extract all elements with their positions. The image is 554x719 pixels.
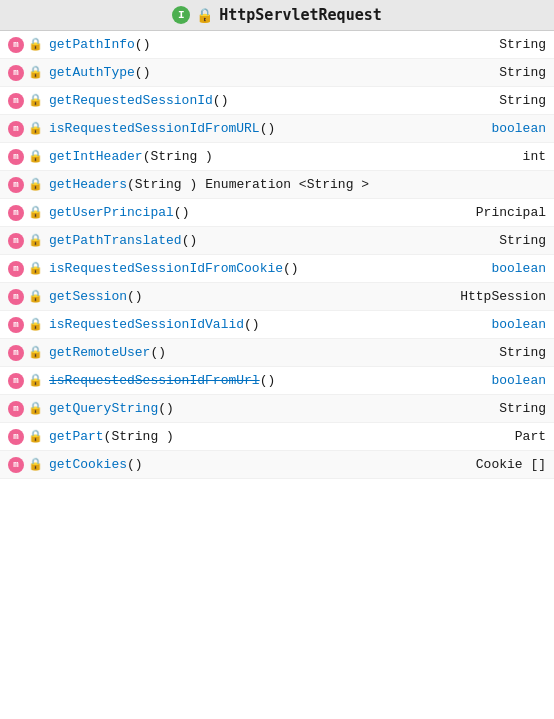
method-name: getQueryString bbox=[49, 401, 158, 416]
method-badge: m bbox=[8, 401, 24, 417]
method-badge: m bbox=[8, 93, 24, 109]
method-name: getRequestedSessionId bbox=[49, 93, 213, 108]
method-name: getUserPrincipal bbox=[49, 205, 174, 220]
method-params: () bbox=[244, 317, 260, 332]
method-badge: m bbox=[8, 233, 24, 249]
method-badge: m bbox=[8, 317, 24, 333]
method-params: () bbox=[283, 261, 299, 276]
method-name: getHeaders bbox=[49, 177, 127, 192]
method-list: m🔒getPathInfo ()Stringm🔒getAuthType ()St… bbox=[0, 31, 554, 479]
method-params: () bbox=[127, 289, 143, 304]
lock-icon: 🔒 bbox=[28, 261, 43, 276]
lock-icon: 🔒 bbox=[28, 289, 43, 304]
method-name: getRemoteUser bbox=[49, 345, 150, 360]
method-badge: m bbox=[8, 261, 24, 277]
method-params: () bbox=[260, 373, 276, 388]
class-title: HttpServletRequest bbox=[219, 6, 382, 24]
method-badge: m bbox=[8, 149, 24, 165]
return-type: boolean bbox=[491, 261, 546, 276]
method-name: isRequestedSessionIdFromUrl bbox=[49, 373, 260, 388]
method-name: isRequestedSessionIdValid bbox=[49, 317, 244, 332]
method-badge: m bbox=[8, 373, 24, 389]
list-item[interactable]: m🔒getSession()HttpSession bbox=[0, 283, 554, 311]
lock-icon: 🔒 bbox=[28, 429, 43, 444]
return-type: int bbox=[523, 149, 546, 164]
list-item[interactable]: m🔒isRequestedSessionIdFromCookie ()boole… bbox=[0, 255, 554, 283]
method-badge: m bbox=[8, 457, 24, 473]
method-badge: m bbox=[8, 177, 24, 193]
lock-icon: 🔒 bbox=[28, 149, 43, 164]
method-name: getPart bbox=[49, 429, 104, 444]
method-middle: Enumeration <String > bbox=[205, 177, 369, 192]
method-params: () bbox=[174, 205, 190, 220]
method-name: getIntHeader bbox=[49, 149, 143, 164]
method-name: getAuthType bbox=[49, 65, 135, 80]
method-badge: m bbox=[8, 429, 24, 445]
list-item[interactable]: m🔒getRemoteUser ()String bbox=[0, 339, 554, 367]
lock-icon: 🔒 bbox=[28, 373, 43, 388]
method-name: getSession bbox=[49, 289, 127, 304]
list-item[interactable]: m🔒getUserPrincipal ()Principal bbox=[0, 199, 554, 227]
return-type: String bbox=[499, 37, 546, 52]
method-name: getPathInfo bbox=[49, 37, 135, 52]
method-name: getCookies bbox=[49, 457, 127, 472]
method-params: () bbox=[135, 65, 151, 80]
method-badge: m bbox=[8, 289, 24, 305]
list-item[interactable]: m🔒isRequestedSessionIdFromUrl ()boolean bbox=[0, 367, 554, 395]
lock-icon: 🔒 bbox=[28, 121, 43, 136]
return-type: Principal bbox=[476, 205, 546, 220]
list-item[interactable]: m🔒getQueryString ()String bbox=[0, 395, 554, 423]
method-params: () bbox=[150, 345, 166, 360]
method-badge: m bbox=[8, 345, 24, 361]
interface-icon: I bbox=[172, 6, 190, 24]
lock-icon: 🔒 bbox=[28, 457, 43, 472]
header: I 🔒 HttpServletRequest bbox=[0, 0, 554, 31]
lock-icon: 🔒 bbox=[28, 317, 43, 332]
method-params: (String ) bbox=[104, 429, 174, 444]
return-type: String bbox=[499, 65, 546, 80]
lock-icon: 🔒 bbox=[28, 93, 43, 108]
lock-icon: 🔒 bbox=[196, 7, 213, 24]
return-type: String bbox=[499, 345, 546, 360]
method-params: () bbox=[260, 121, 276, 136]
list-item[interactable]: m🔒getIntHeader (String )int bbox=[0, 143, 554, 171]
lock-icon: 🔒 bbox=[28, 401, 43, 416]
method-badge: m bbox=[8, 121, 24, 137]
method-params: () bbox=[127, 457, 143, 472]
list-item[interactable]: m🔒getCookies ()Cookie [] bbox=[0, 451, 554, 479]
list-item[interactable]: m🔒getAuthType ()String bbox=[0, 59, 554, 87]
list-item[interactable]: m🔒getPart (String )Part bbox=[0, 423, 554, 451]
return-type: boolean bbox=[491, 121, 546, 136]
return-type: Cookie [] bbox=[476, 457, 546, 472]
return-type: HttpSession bbox=[460, 289, 546, 304]
lock-icon: 🔒 bbox=[28, 177, 43, 192]
return-type: Part bbox=[515, 429, 546, 444]
method-params: () bbox=[158, 401, 174, 416]
method-badge: m bbox=[8, 205, 24, 221]
lock-icon: 🔒 bbox=[28, 37, 43, 52]
list-item[interactable]: m🔒getPathInfo ()String bbox=[0, 31, 554, 59]
lock-icon: 🔒 bbox=[28, 205, 43, 220]
list-item[interactable]: m🔒getHeaders (String )Enumeration <Strin… bbox=[0, 171, 554, 199]
list-item[interactable]: m🔒isRequestedSessionIdFromURL ()boolean bbox=[0, 115, 554, 143]
method-badge: m bbox=[8, 65, 24, 81]
method-params: () bbox=[213, 93, 229, 108]
method-params: () bbox=[135, 37, 151, 52]
list-item[interactable]: m🔒isRequestedSessionIdValid ()boolean bbox=[0, 311, 554, 339]
method-name: isRequestedSessionIdFromCookie bbox=[49, 261, 283, 276]
list-item[interactable]: m🔒getRequestedSessionId ()String bbox=[0, 87, 554, 115]
return-type: String bbox=[499, 401, 546, 416]
lock-icon: 🔒 bbox=[28, 233, 43, 248]
return-type: String bbox=[499, 233, 546, 248]
method-name: isRequestedSessionIdFromURL bbox=[49, 121, 260, 136]
lock-icon: 🔒 bbox=[28, 65, 43, 80]
lock-icon: 🔒 bbox=[28, 345, 43, 360]
list-item[interactable]: m🔒getPathTranslated ()String bbox=[0, 227, 554, 255]
method-params: (String ) bbox=[127, 177, 197, 192]
method-badge: m bbox=[8, 37, 24, 53]
method-name: getPathTranslated bbox=[49, 233, 182, 248]
return-type: String bbox=[499, 93, 546, 108]
return-type: boolean bbox=[491, 373, 546, 388]
method-params: (String ) bbox=[143, 149, 213, 164]
return-type: boolean bbox=[491, 317, 546, 332]
